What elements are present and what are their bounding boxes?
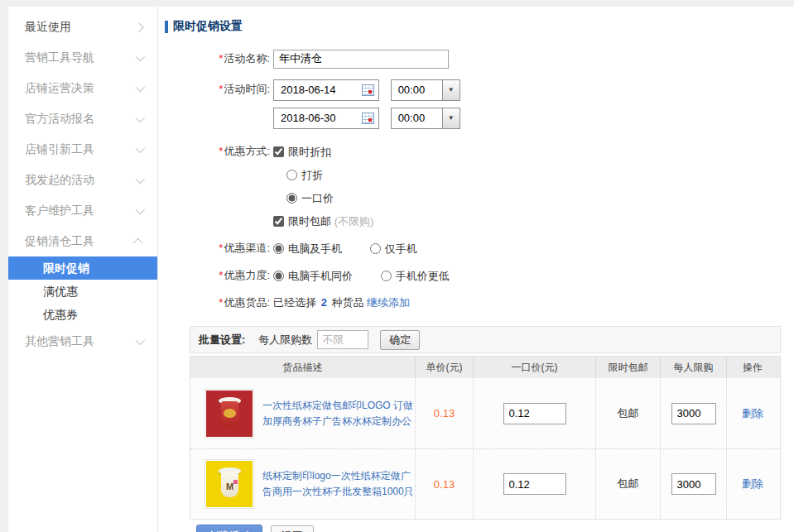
sidebar-item-my-activities[interactable]: 我发起的活动 (8, 165, 157, 195)
product-title-link[interactable]: 一次性纸杯定做包邮印LOGO 订做加厚商务杯子广告杯水杯定制办公 (262, 398, 415, 429)
promo-form: *活动名称: *活动时间: 2018-06-14 00:00 (190, 48, 794, 314)
activity-name-label: *活动名称: (190, 48, 270, 69)
shipping-status: 包邮 (618, 406, 639, 421)
header-shipping: 限时包邮 (596, 357, 661, 378)
chevron-down-icon (136, 335, 145, 344)
fixed-price-radio[interactable] (286, 193, 297, 204)
calendar-icon[interactable] (362, 84, 374, 96)
page-title: 限时促销设置 (165, 19, 794, 34)
red-paper-cup-image (206, 391, 253, 437)
form-row-strength: *优惠力度: 电脑手机同价 手机价更低 (190, 265, 794, 288)
batch-settings-bar: 批量设置: 每人限购数 确定 (190, 326, 781, 353)
sidebar-item-customer-tools[interactable]: 客户维护工具 (8, 195, 157, 226)
channel-mobile-only-option[interactable]: 仅手机 (370, 242, 417, 255)
footer-buttons: 创建活动 返回 (196, 525, 794, 532)
sidebar-item-traffic-tools[interactable]: 店铺引新工具 (8, 134, 157, 165)
flash-discount-checkbox[interactable] (273, 146, 284, 157)
sidebar-item-label: 促销清仓工具 (25, 234, 94, 249)
sidebar-subitem-coupon[interactable]: 优惠券 (8, 303, 157, 326)
fixed-price-option[interactable]: 一口价 (286, 192, 334, 204)
table-row: 一次性纸杯定做包邮印LOGO 订做加厚商务杯子广告杯水杯定制办公 0.13 包邮… (190, 378, 780, 448)
chevron-down-icon[interactable]: ▼ (442, 108, 460, 128)
header-price: 单价(元) (416, 357, 474, 378)
start-time-value: 00:00 (392, 80, 442, 100)
sidebar-subitem-flash-promo[interactable]: 限时促销 (8, 256, 157, 280)
sidebar-item-other-marketing[interactable]: 其他营销工具 (8, 326, 157, 357)
create-activity-button[interactable]: 创建活动 (196, 525, 262, 532)
mobile-lower-option[interactable]: 手机价更低 (381, 270, 450, 282)
header-limit: 每人限购 (661, 357, 727, 378)
sidebar-item-label: 我发起的活动 (25, 173, 94, 188)
end-date-input[interactable]: 2018-06-30 (273, 108, 379, 129)
percent-off-radio[interactable] (286, 170, 297, 180)
per-person-limit-label: 每人限购数 (258, 333, 312, 347)
activity-name-input[interactable] (273, 50, 449, 69)
title-accent-bar (165, 21, 168, 33)
table-header-row: 货品描述 单价(元) 一口价(元) 限时包邮 每人限购 操作 (190, 357, 780, 378)
purchase-limit-input[interactable] (671, 403, 716, 424)
sidebar-item-label: 店铺运营决策 (25, 81, 94, 96)
required-mark: * (219, 296, 223, 309)
sidebar-item-label: 客户维护工具 (25, 204, 94, 218)
confirm-button[interactable]: 确定 (380, 330, 420, 350)
end-time-select[interactable]: 00:00 ▼ (391, 108, 460, 129)
chevron-down-icon (136, 204, 145, 213)
goods-count: 2 (320, 296, 329, 309)
same-price-option[interactable]: 电脑手机同价 (273, 270, 356, 282)
per-person-limit-input[interactable] (317, 330, 368, 349)
header-desc: 货品描述 (190, 357, 416, 378)
fixed-price-input[interactable] (503, 403, 566, 424)
channel-label: *优惠渠道: (190, 237, 270, 259)
percent-off-option[interactable]: 打折 (286, 169, 323, 181)
sidebar-item-clearance-tools[interactable]: 促销清仓工具 (8, 226, 157, 256)
channel-pc-mobile-radio[interactable] (273, 243, 284, 254)
header-fixed: 一口价(元) (474, 357, 596, 378)
free-shipping-option[interactable]: 限时包邮 (273, 215, 334, 228)
channel-pc-mobile-option[interactable]: 电脑及手机 (273, 242, 345, 255)
sidebar-item-label: 店铺引新工具 (25, 142, 94, 157)
goods-table: 货品描述 单价(元) 一口价(元) 限时包邮 每人限购 操作 (190, 356, 781, 520)
continue-add-link[interactable]: 继续添加 (367, 296, 410, 309)
fixed-price-input[interactable] (503, 473, 566, 495)
chevron-up-icon (133, 237, 142, 247)
form-row-activity-name: *活动名称: (190, 48, 794, 69)
yellow-paper-cup-image: M (206, 461, 253, 507)
mobile-lower-radio[interactable] (381, 271, 392, 281)
free-shipping-checkbox[interactable] (273, 216, 284, 227)
sidebar-subitem-full-discount[interactable]: 满优惠 (8, 280, 157, 303)
purchase-limit-input[interactable] (671, 473, 716, 495)
shipping-status: 包邮 (618, 477, 639, 491)
same-price-radio[interactable] (273, 271, 284, 281)
main-content: 限时促销设置 *活动名称: *活动时间: 2018-06-14 (158, 7, 794, 532)
sidebar-item-official-events[interactable]: 官方活动报名 (8, 103, 157, 134)
start-date-input[interactable]: 2018-06-14 (273, 79, 379, 101)
chevron-down-icon (136, 143, 145, 152)
chevron-down-icon (136, 51, 145, 60)
calendar-icon[interactable] (362, 113, 374, 124)
strength-label: *优惠力度: (190, 265, 270, 286)
chevron-down-icon[interactable]: ▼ (442, 80, 460, 100)
start-time-select[interactable]: 00:00 ▼ (391, 79, 460, 101)
required-mark: * (219, 83, 223, 95)
required-mark: * (219, 269, 223, 281)
product-title-link[interactable]: 纸杯定制印logo一次性纸杯定做广告商用一次性杯子批发整箱1000只 (262, 468, 415, 500)
delete-link[interactable]: 删除 (742, 406, 763, 421)
product-image (205, 389, 254, 439)
form-row-goods: *优惠货品: 已经选择 2 种货品 继续添加 (190, 292, 794, 314)
goods-unit-text: 种货品 (331, 296, 363, 309)
start-date-value: 2018-06-14 (274, 79, 336, 101)
goods-label: *优惠货品: (190, 292, 270, 314)
delete-link[interactable]: 删除 (742, 477, 763, 491)
sidebar-item-shop-ops[interactable]: 店铺运营决策 (8, 73, 157, 103)
end-time-value: 00:00 (392, 108, 442, 128)
form-row-activity-time-end: 2018-06-30 00:00 ▼ (190, 108, 794, 130)
chevron-down-icon (136, 113, 145, 122)
form-row-discount-method: *优惠方式: 限时折扣 打折 一口价 (190, 141, 794, 233)
sidebar-item-recent[interactable]: 最近使用 (8, 12, 157, 42)
flash-discount-option[interactable]: 限时折扣 (273, 146, 331, 158)
chevron-down-icon (136, 82, 145, 91)
channel-mobile-only-radio[interactable] (370, 243, 381, 254)
page: 最近使用 营销工具导航 店铺运营决策 官方活动报名 店铺引新工具 我发起的活动 … (0, 0, 794, 532)
sidebar-item-marketing-nav[interactable]: 营销工具导航 (8, 42, 157, 73)
back-button[interactable]: 返回 (271, 525, 314, 532)
